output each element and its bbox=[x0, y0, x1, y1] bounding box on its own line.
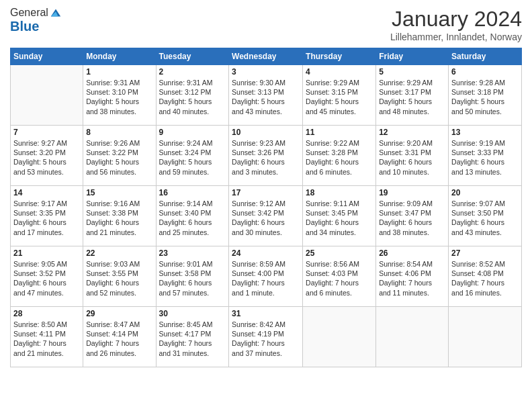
calendar-table: SundayMondayTuesdayWednesdayThursdayFrid… bbox=[10, 48, 522, 367]
day-info: Sunrise: 9:12 AM Sunset: 3:42 PM Dayligh… bbox=[232, 199, 300, 237]
calendar-cell: 19Sunrise: 9:09 AM Sunset: 3:47 PM Dayli… bbox=[376, 186, 449, 246]
day-number: 24 bbox=[232, 248, 300, 258]
calendar-cell: 18Sunrise: 9:11 AM Sunset: 3:45 PM Dayli… bbox=[303, 186, 376, 246]
day-info: Sunrise: 9:17 AM Sunset: 3:35 PM Dayligh… bbox=[13, 199, 80, 237]
day-info: Sunrise: 8:56 AM Sunset: 4:03 PM Dayligh… bbox=[306, 259, 373, 298]
day-number: 19 bbox=[379, 188, 445, 197]
calendar-cell: 7Sunrise: 9:27 AM Sunset: 3:20 PM Daylig… bbox=[11, 126, 83, 186]
calendar-cell: 12Sunrise: 9:20 AM Sunset: 3:31 PM Dayli… bbox=[376, 126, 449, 186]
day-info: Sunrise: 9:07 AM Sunset: 3:50 PM Dayligh… bbox=[451, 199, 519, 237]
title-block: January 2024 Lillehammer, Innlandet, Nor… bbox=[390, 7, 522, 42]
day-number: 30 bbox=[159, 309, 226, 318]
day-number: 4 bbox=[306, 67, 373, 77]
day-number: 15 bbox=[86, 188, 152, 197]
header: General Blue January 2024 Lillehammer, I… bbox=[10, 7, 522, 42]
calendar-cell: 16Sunrise: 9:14 AM Sunset: 3:40 PM Dayli… bbox=[156, 186, 229, 246]
calendar-cell: 15Sunrise: 9:16 AM Sunset: 3:38 PM Dayli… bbox=[83, 186, 156, 246]
day-info: Sunrise: 9:20 AM Sunset: 3:31 PM Dayligh… bbox=[379, 138, 445, 177]
day-info: Sunrise: 9:29 AM Sunset: 3:17 PM Dayligh… bbox=[379, 78, 445, 116]
day-number: 25 bbox=[306, 248, 373, 258]
day-number: 11 bbox=[306, 128, 373, 137]
calendar-cell: 3Sunrise: 9:30 AM Sunset: 3:13 PM Daylig… bbox=[229, 65, 303, 126]
day-info: Sunrise: 9:03 AM Sunset: 3:55 PM Dayligh… bbox=[86, 259, 152, 298]
day-number: 22 bbox=[86, 248, 152, 258]
day-info: Sunrise: 9:30 AM Sunset: 3:13 PM Dayligh… bbox=[232, 78, 300, 116]
day-info: Sunrise: 9:24 AM Sunset: 3:24 PM Dayligh… bbox=[159, 138, 226, 177]
calendar-cell: 13Sunrise: 9:19 AM Sunset: 3:33 PM Dayli… bbox=[449, 126, 522, 186]
calendar-cell: 23Sunrise: 9:01 AM Sunset: 3:58 PM Dayli… bbox=[156, 246, 229, 307]
day-info: Sunrise: 9:31 AM Sunset: 3:10 PM Dayligh… bbox=[86, 78, 152, 116]
logo-blue-text: Blue bbox=[10, 19, 39, 34]
page: { "logo": { "line1": "General", "line2":… bbox=[0, 0, 532, 411]
day-info: Sunrise: 9:11 AM Sunset: 3:45 PM Dayligh… bbox=[306, 199, 373, 237]
day-number: 2 bbox=[159, 67, 226, 77]
calendar-cell: 28Sunrise: 8:50 AM Sunset: 4:11 PM Dayli… bbox=[11, 307, 83, 367]
calendar-cell: 11Sunrise: 9:22 AM Sunset: 3:28 PM Dayli… bbox=[303, 126, 376, 186]
day-number: 27 bbox=[451, 248, 519, 258]
day-number: 8 bbox=[86, 128, 152, 137]
calendar-header: SundayMondayTuesdayWednesdayThursdayFrid… bbox=[11, 48, 522, 65]
calendar-week-4: 21Sunrise: 9:05 AM Sunset: 3:52 PM Dayli… bbox=[11, 246, 522, 307]
day-number: 23 bbox=[159, 248, 226, 258]
calendar-cell: 30Sunrise: 8:45 AM Sunset: 4:17 PM Dayli… bbox=[156, 307, 229, 367]
calendar-cell: 4Sunrise: 9:29 AM Sunset: 3:15 PM Daylig… bbox=[303, 65, 376, 126]
day-info: Sunrise: 9:19 AM Sunset: 3:33 PM Dayligh… bbox=[451, 138, 519, 177]
day-info: Sunrise: 8:47 AM Sunset: 4:14 PM Dayligh… bbox=[86, 320, 152, 358]
day-number: 31 bbox=[232, 309, 300, 318]
calendar-cell bbox=[376, 307, 449, 367]
day-info: Sunrise: 9:05 AM Sunset: 3:52 PM Dayligh… bbox=[13, 259, 80, 298]
location-subtitle: Lillehammer, Innlandet, Norway bbox=[390, 32, 522, 42]
day-number: 29 bbox=[86, 309, 152, 318]
day-info: Sunrise: 8:54 AM Sunset: 4:06 PM Dayligh… bbox=[379, 259, 445, 298]
day-number: 26 bbox=[379, 248, 445, 258]
calendar-body: 1Sunrise: 9:31 AM Sunset: 3:10 PM Daylig… bbox=[11, 65, 522, 367]
day-info: Sunrise: 8:59 AM Sunset: 4:00 PM Dayligh… bbox=[232, 259, 300, 298]
calendar-week-5: 28Sunrise: 8:50 AM Sunset: 4:11 PM Dayli… bbox=[11, 307, 522, 367]
calendar-week-3: 14Sunrise: 9:17 AM Sunset: 3:35 PM Dayli… bbox=[11, 186, 522, 246]
day-number: 28 bbox=[13, 309, 80, 318]
day-number: 6 bbox=[451, 67, 519, 77]
calendar-cell bbox=[303, 307, 376, 367]
calendar-cell: 5Sunrise: 9:29 AM Sunset: 3:17 PM Daylig… bbox=[376, 65, 449, 126]
day-info: Sunrise: 9:22 AM Sunset: 3:28 PM Dayligh… bbox=[306, 138, 373, 177]
calendar-week-2: 7Sunrise: 9:27 AM Sunset: 3:20 PM Daylig… bbox=[11, 126, 522, 186]
calendar-cell: 20Sunrise: 9:07 AM Sunset: 3:50 PM Dayli… bbox=[449, 186, 522, 246]
calendar-cell: 9Sunrise: 9:24 AM Sunset: 3:24 PM Daylig… bbox=[156, 126, 229, 186]
day-info: Sunrise: 9:14 AM Sunset: 3:40 PM Dayligh… bbox=[159, 199, 226, 237]
calendar-cell: 6Sunrise: 9:28 AM Sunset: 3:18 PM Daylig… bbox=[449, 65, 522, 126]
calendar-cell bbox=[449, 307, 522, 367]
calendar-cell: 31Sunrise: 8:42 AM Sunset: 4:19 PM Dayli… bbox=[229, 307, 303, 367]
calendar-cell: 17Sunrise: 9:12 AM Sunset: 3:42 PM Dayli… bbox=[229, 186, 303, 246]
calendar-cell: 14Sunrise: 9:17 AM Sunset: 3:35 PM Dayli… bbox=[11, 186, 83, 246]
day-number: 1 bbox=[86, 67, 152, 77]
calendar-cell: 21Sunrise: 9:05 AM Sunset: 3:52 PM Dayli… bbox=[11, 246, 83, 307]
day-info: Sunrise: 9:01 AM Sunset: 3:58 PM Dayligh… bbox=[159, 259, 226, 298]
calendar-cell: 26Sunrise: 8:54 AM Sunset: 4:06 PM Dayli… bbox=[376, 246, 449, 307]
day-number: 12 bbox=[379, 128, 445, 137]
day-info: Sunrise: 9:09 AM Sunset: 3:47 PM Dayligh… bbox=[379, 199, 445, 237]
day-info: Sunrise: 8:45 AM Sunset: 4:17 PM Dayligh… bbox=[159, 320, 226, 358]
weekday-header-saturday: Saturday bbox=[449, 48, 522, 65]
calendar-cell bbox=[11, 65, 83, 126]
day-info: Sunrise: 9:26 AM Sunset: 3:22 PM Dayligh… bbox=[86, 138, 152, 177]
day-info: Sunrise: 8:50 AM Sunset: 4:11 PM Dayligh… bbox=[13, 320, 80, 358]
day-number: 20 bbox=[451, 188, 519, 197]
calendar-cell: 2Sunrise: 9:31 AM Sunset: 3:12 PM Daylig… bbox=[156, 65, 229, 126]
day-number: 18 bbox=[306, 188, 373, 197]
day-info: Sunrise: 9:31 AM Sunset: 3:12 PM Dayligh… bbox=[159, 78, 226, 116]
calendar-cell: 27Sunrise: 8:52 AM Sunset: 4:08 PM Dayli… bbox=[449, 246, 522, 307]
calendar-week-1: 1Sunrise: 9:31 AM Sunset: 3:10 PM Daylig… bbox=[11, 65, 522, 126]
day-info: Sunrise: 8:52 AM Sunset: 4:08 PM Dayligh… bbox=[451, 259, 519, 298]
day-number: 14 bbox=[13, 188, 80, 197]
day-number: 9 bbox=[159, 128, 226, 137]
day-info: Sunrise: 9:16 AM Sunset: 3:38 PM Dayligh… bbox=[86, 199, 152, 237]
logo-icon bbox=[50, 7, 62, 19]
day-number: 5 bbox=[379, 67, 445, 77]
day-info: Sunrise: 9:23 AM Sunset: 3:26 PM Dayligh… bbox=[232, 138, 300, 177]
calendar-cell: 1Sunrise: 9:31 AM Sunset: 3:10 PM Daylig… bbox=[83, 65, 156, 126]
weekday-header-thursday: Thursday bbox=[303, 48, 376, 65]
calendar-cell: 25Sunrise: 8:56 AM Sunset: 4:03 PM Dayli… bbox=[303, 246, 376, 307]
day-number: 17 bbox=[232, 188, 300, 197]
day-number: 21 bbox=[13, 248, 80, 258]
calendar-cell: 24Sunrise: 8:59 AM Sunset: 4:00 PM Dayli… bbox=[229, 246, 303, 307]
